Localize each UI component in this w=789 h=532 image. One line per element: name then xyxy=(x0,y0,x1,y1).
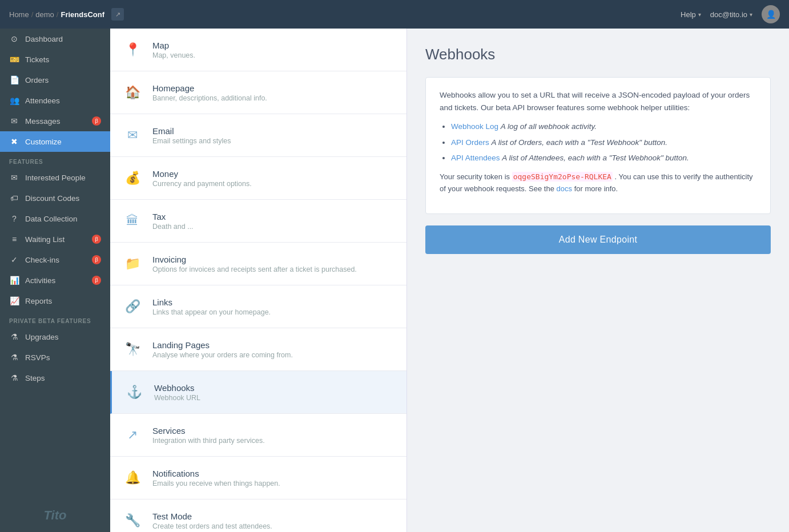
sidebar-item-tickets[interactable]: 🎫 Tickets xyxy=(0,49,110,70)
customize-icon: ✖ xyxy=(9,137,19,146)
middle-panel: 📍 Map Map, venues. 🏠 Homepage Banner, de… xyxy=(110,29,407,532)
sidebar-item-reports[interactable]: 📈 Reports xyxy=(0,291,110,311)
map-title: Map xyxy=(152,41,195,50)
map-icon: 📍 xyxy=(122,39,143,61)
sidebar-item-messages[interactable]: ✉ Messages β xyxy=(0,111,110,131)
docs-link[interactable]: docs xyxy=(557,184,572,193)
middle-item-webhooks[interactable]: ⚓ Webhooks Webhook URL xyxy=(110,371,406,414)
tax-subtitle: Death and ... xyxy=(152,223,194,231)
test-mode-subtitle: Create test orders and test attendees. xyxy=(152,522,272,530)
discount-codes-icon: 🏷 xyxy=(9,194,19,203)
breadcrumb: Home / demo / FriendsConf ↗ xyxy=(9,8,681,21)
notifications-icon: 🔔 xyxy=(122,467,143,489)
list-item: API Attendees A list of Attendees, each … xyxy=(451,152,756,164)
webhook-desc-paragraph: Webhooks allow you to set a URL that wil… xyxy=(440,89,756,114)
sidebar-item-data-collection[interactable]: ? Data Collection xyxy=(0,208,110,229)
invoicing-subtitle: Options for invoices and receipts sent a… xyxy=(152,265,357,273)
steps-icon: ⚗ xyxy=(9,373,19,382)
middle-item-test-mode[interactable]: 🔧 Test Mode Create test orders and test … xyxy=(110,499,406,532)
page-title: Webhooks xyxy=(425,46,771,63)
landing-pages-icon: 🔭 xyxy=(122,338,143,360)
landing-pages-title: Landing Pages xyxy=(152,340,293,350)
middle-item-notifications[interactable]: 🔔 Notifications Emails you receive when … xyxy=(110,457,406,499)
middle-item-email[interactable]: ✉ Email Email settings and styles xyxy=(110,114,406,157)
right-panel: Webhooks Webhooks allow you to set a URL… xyxy=(407,29,789,532)
money-title: Money xyxy=(152,169,252,179)
api-attendees-link[interactable]: API Attendees xyxy=(451,154,500,162)
sidebar-item-activities[interactable]: 📊 Activities β xyxy=(0,270,110,291)
security-token: oqgeSBigYm2oPse-RQLKEA xyxy=(512,172,613,182)
messages-beta-badge: β xyxy=(92,116,101,126)
middle-item-invoicing[interactable]: 📁 Invoicing Options for invoices and rec… xyxy=(110,243,406,285)
email-subtitle: Email settings and styles xyxy=(152,137,231,145)
links-subtitle: Links that appear on your homepage. xyxy=(152,308,271,316)
invoicing-icon: 📁 xyxy=(122,253,143,275)
activities-beta-badge: β xyxy=(92,276,101,285)
brand-name: Tito xyxy=(0,499,110,532)
middle-item-money[interactable]: 💰 Money Currency and payment options. xyxy=(110,157,406,200)
breadcrumb-current: FriendsConf xyxy=(61,10,104,19)
test-mode-title: Test Mode xyxy=(152,511,272,521)
help-button[interactable]: Help ▾ xyxy=(681,10,701,19)
homepage-icon: 🏠 xyxy=(122,82,143,103)
webhook-links-list: Webhook Log A log of all webhook activit… xyxy=(440,120,756,164)
features-section-label: FEATURES xyxy=(0,152,110,167)
middle-item-landing-pages[interactable]: 🔭 Landing Pages Analyse where your order… xyxy=(110,328,406,371)
private-beta-section-label: PRIVATE BETA FEATURES xyxy=(0,311,110,327)
add-endpoint-button[interactable]: Add New Endpoint xyxy=(425,225,771,254)
breadcrumb-sep2: / xyxy=(57,10,59,19)
notifications-title: Notifications xyxy=(152,469,280,478)
sidebar-item-steps[interactable]: ⚗ Steps xyxy=(0,368,110,388)
links-title: Links xyxy=(152,297,271,307)
activities-icon: 📊 xyxy=(9,276,19,285)
user-chevron-icon: ▾ xyxy=(750,11,752,18)
sidebar-item-rsvps[interactable]: ⚗ RSVPs xyxy=(0,347,110,368)
middle-item-services[interactable]: ↗ Services Integration with third party … xyxy=(110,414,406,457)
interested-people-icon: ✉ xyxy=(9,173,19,182)
waiting-list-beta-badge: β xyxy=(92,235,101,244)
sidebar-item-attendees[interactable]: 👥 Attendees xyxy=(0,90,110,111)
notifications-subtitle: Emails you receive when things happen. xyxy=(152,479,280,487)
webhook-log-link[interactable]: Webhook Log xyxy=(451,122,498,131)
sidebar-item-waiting-list[interactable]: ≡ Waiting List β xyxy=(0,229,110,249)
user-menu-button[interactable]: doc@tito.io ▾ xyxy=(710,10,752,19)
sidebar-item-orders[interactable]: 📄 Orders xyxy=(0,70,110,90)
waiting-list-icon: ≡ xyxy=(9,235,19,244)
api-orders-link[interactable]: API Orders xyxy=(451,138,489,147)
money-icon: 💰 xyxy=(122,167,143,189)
invoicing-title: Invoicing xyxy=(152,255,357,264)
external-link-icon[interactable]: ↗ xyxy=(111,8,124,21)
security-line: Your security token is oqgeSBigYm2oPse-R… xyxy=(440,171,756,195)
list-item: API Orders A list of Orders, each with a… xyxy=(451,136,756,149)
top-nav: Home / demo / FriendsConf ↗ Help ▾ doc@t… xyxy=(0,0,789,29)
services-subtitle: Integration with third party services. xyxy=(152,437,265,445)
sidebar-item-interested-people[interactable]: ✉ Interested People xyxy=(0,167,110,188)
map-subtitle: Map, venues. xyxy=(152,51,195,59)
avatar[interactable]: 👤 xyxy=(762,5,780,23)
services-title: Services xyxy=(152,426,265,436)
breadcrumb-home[interactable]: Home xyxy=(9,10,29,19)
middle-item-links[interactable]: 🔗 Links Links that appear on your homepa… xyxy=(110,285,406,328)
middle-item-tax[interactable]: 🏛 Tax Death and ... xyxy=(110,200,406,243)
webhooks-subtitle: Webhook URL xyxy=(154,394,200,402)
check-ins-icon: ✓ xyxy=(9,255,19,264)
webhooks-icon: ⚓ xyxy=(123,381,145,403)
sidebar-item-dashboard[interactable]: ⊙ Dashboard xyxy=(0,29,110,49)
tickets-icon: 🎫 xyxy=(9,55,19,64)
sidebar-item-customize[interactable]: ✖ Customize xyxy=(0,131,110,152)
middle-item-homepage[interactable]: 🏠 Homepage Banner, descriptions, additio… xyxy=(110,71,406,114)
orders-icon: 📄 xyxy=(9,75,19,84)
services-icon: ↗ xyxy=(122,424,143,446)
breadcrumb-demo[interactable]: demo xyxy=(35,10,54,19)
sidebar-item-discount-codes[interactable]: 🏷 Discount Codes xyxy=(0,188,110,208)
money-subtitle: Currency and payment options. xyxy=(152,180,252,188)
tax-icon: 🏛 xyxy=(122,210,143,232)
dashboard-icon: ⊙ xyxy=(9,34,19,43)
middle-item-map[interactable]: 📍 Map Map, venues. xyxy=(110,29,406,71)
sidebar-item-upgrades[interactable]: ⚗ Upgrades xyxy=(0,327,110,347)
rsvps-icon: ⚗ xyxy=(9,353,19,362)
links-icon: 🔗 xyxy=(122,296,143,317)
tax-title: Tax xyxy=(152,212,194,221)
sidebar-item-check-ins[interactable]: ✓ Check-ins β xyxy=(0,249,110,270)
webhook-description-box: Webhooks allow you to set a URL that wil… xyxy=(425,77,771,214)
